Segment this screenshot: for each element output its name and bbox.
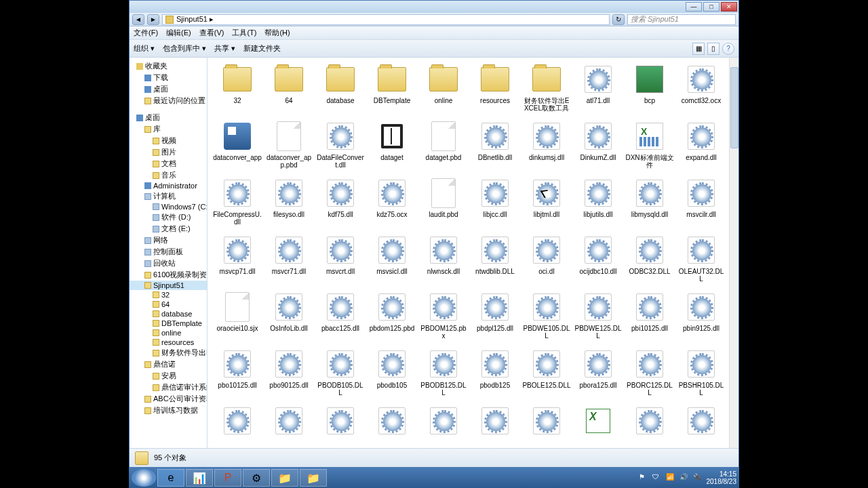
file-item[interactable] <box>624 403 675 440</box>
sidebar-64[interactable]: 64 <box>130 300 207 309</box>
sidebar-downloads[interactable]: 下载 <box>130 72 207 83</box>
file-item[interactable]: pbdom125.pbd <box>366 289 418 341</box>
taskbar-app2[interactable]: ⚙ <box>243 469 270 487</box>
file-item[interactable]: msvcilr.dll <box>675 176 727 227</box>
sidebar-dbtemplate[interactable]: DBTemplate <box>130 319 207 328</box>
sidebar-online[interactable]: online <box>130 328 207 338</box>
file-item[interactable]: comctl32.ocx <box>675 62 727 113</box>
file-item[interactable]: PBOLE125.DLL <box>521 346 572 398</box>
file-item[interactable]: ntwdblib.DLL <box>469 232 521 284</box>
search-input[interactable]: 搜索 Sjinput51 <box>627 14 736 25</box>
file-item[interactable]: PBSHR105.DLL <box>675 346 727 398</box>
help-button[interactable]: ? <box>722 43 734 55</box>
file-item[interactable]: pbodb105 <box>366 346 418 398</box>
file-item[interactable] <box>418 403 469 440</box>
vertical-scrollbar[interactable] <box>729 58 738 448</box>
file-item[interactable] <box>469 403 521 440</box>
sidebar-admin[interactable]: Administrator <box>130 181 207 190</box>
file-item[interactable]: laudit.pbd <box>418 176 469 227</box>
file-item[interactable]: libmysqld.dll <box>624 176 675 227</box>
sidebar-abc[interactable]: ABC公司审计资料 <box>130 393 207 405</box>
sidebar-network[interactable]: 网络 <box>130 235 207 246</box>
file-item[interactable]: oraociei10.sjx <box>212 289 263 341</box>
file-item[interactable]: pbo90125.dll <box>263 346 315 398</box>
file-item[interactable]: kdf75.dll <box>315 176 366 227</box>
sidebar-libraries[interactable]: 库 <box>130 123 207 135</box>
close-button[interactable]: ✕ <box>721 2 737 12</box>
file-item[interactable]: msvsicl.dll <box>366 232 418 284</box>
file-item[interactable]: libjcc.dll <box>469 176 521 227</box>
file-item[interactable]: 64 <box>263 62 315 113</box>
tray-flag-icon[interactable]: ⚑ <box>639 473 648 483</box>
file-item[interactable]: pbacc125.dll <box>315 289 366 341</box>
sidebar-database[interactable]: database <box>130 309 207 319</box>
sidebar-favorites[interactable]: 收藏夹 <box>130 60 207 72</box>
file-item[interactable]: DBnetlib.dll <box>469 119 521 170</box>
menu-file[interactable]: 文件(F) <box>134 28 158 38</box>
file-item[interactable]: atl71.dll <box>572 62 624 113</box>
sidebar-drive-d[interactable]: 软件 (D:) <box>130 211 207 223</box>
file-item[interactable]: DBTemplate <box>366 62 418 113</box>
breadcrumb[interactable]: Sjinput51 ▸ <box>162 14 610 25</box>
file-item[interactable]: pbodb125 <box>469 346 521 398</box>
menu-view[interactable]: 查看(V) <box>199 28 224 38</box>
file-item[interactable]: libjtml.dll <box>521 176 572 227</box>
file-item[interactable]: OsInfoLib.dll <box>263 289 315 341</box>
taskbar-powerpoint[interactable]: P <box>214 469 241 487</box>
share-button[interactable]: 共享 ▾ <box>214 43 235 54</box>
file-item[interactable]: database <box>315 62 366 113</box>
sidebar-desktop2[interactable]: 桌面 <box>130 112 207 123</box>
file-grid[interactable]: 3264databaseDBTemplateonlineresources财务软… <box>208 58 738 448</box>
file-item[interactable]: dataget.pbd <box>418 119 469 170</box>
file-item[interactable]: PBORC125.DLL <box>624 346 675 398</box>
file-item[interactable]: ODBC32.DLL <box>624 232 675 284</box>
file-item[interactable]: PBDWE105.DLL <box>521 289 572 341</box>
file-item[interactable] <box>521 403 572 440</box>
forward-button[interactable]: ► <box>147 14 159 25</box>
file-item[interactable]: ocijdbc10.dll <box>572 232 624 284</box>
file-item[interactable]: online <box>418 62 469 113</box>
file-item[interactable]: PBDOM125.pbx <box>418 289 469 341</box>
sidebar-pictures[interactable]: 图片 <box>130 146 207 158</box>
sidebar-training[interactable]: 培训练习数据 <box>130 405 207 416</box>
sidebar-videos[interactable]: 视频 <box>130 135 207 146</box>
sidebar-sjinput[interactable]: Sjinput51 <box>130 281 207 290</box>
refresh-button[interactable]: ↻ <box>612 14 625 25</box>
clock[interactable]: 14:15 2018/8/23 <box>707 470 737 485</box>
file-item[interactable]: PBODB105.DLL <box>315 346 366 398</box>
file-item[interactable]: DXN标准前端文件 <box>624 119 675 170</box>
tray-volume-icon[interactable]: 🔊 <box>679 473 689 483</box>
file-item[interactable]: resources <box>469 62 521 113</box>
file-item[interactable]: DinkumZ.dll <box>572 119 624 170</box>
file-item[interactable]: bcp <box>624 62 675 113</box>
file-item[interactable]: OLEAUT32.DLL <box>675 232 727 284</box>
file-item[interactable] <box>315 403 366 440</box>
file-item[interactable]: 财务软件导出EXCEL取数工具 <box>521 62 572 113</box>
sidebar-dxnaudit[interactable]: 鼎信诺审计系统培训 <box>130 382 207 393</box>
file-item[interactable]: PBDWE125.DLL <box>572 289 624 341</box>
taskbar-folder[interactable]: 📁 <box>300 469 327 487</box>
file-item[interactable]: msvcr71.dll <box>263 232 315 284</box>
preview-pane-button[interactable]: ▯ <box>707 43 719 55</box>
file-item[interactable]: filesyso.dll <box>263 176 315 227</box>
sidebar-resources[interactable]: resources <box>130 338 207 347</box>
sidebar-computer[interactable]: 计算机 <box>130 190 207 202</box>
file-item[interactable]: DataFileConvert.dll <box>315 119 366 170</box>
file-item[interactable]: pbdpl125.dll <box>469 289 521 341</box>
view-options-button[interactable]: ▦ <box>692 43 705 55</box>
file-item[interactable]: pbi10125.dll <box>624 289 675 341</box>
back-button[interactable]: ◄ <box>132 14 144 25</box>
file-item[interactable]: msvcp71.dll <box>212 232 263 284</box>
sidebar-music[interactable]: 音乐 <box>130 169 207 181</box>
file-item[interactable]: dataget <box>366 119 418 170</box>
file-item[interactable]: dataconver_app.pbd <box>263 119 315 170</box>
sidebar-recent[interactable]: 最近访问的位置 <box>130 95 207 106</box>
file-item[interactable] <box>675 403 727 440</box>
file-item[interactable]: pbin9125.dll <box>675 289 727 341</box>
maximize-button[interactable]: □ <box>703 2 719 12</box>
file-item[interactable]: libjutils.dll <box>572 176 624 227</box>
sidebar-control[interactable]: 控制面板 <box>130 246 207 258</box>
include-button[interactable]: 包含到库中 ▾ <box>163 43 206 54</box>
file-item[interactable] <box>572 403 624 440</box>
sidebar-documents[interactable]: 文档 <box>130 158 207 169</box>
